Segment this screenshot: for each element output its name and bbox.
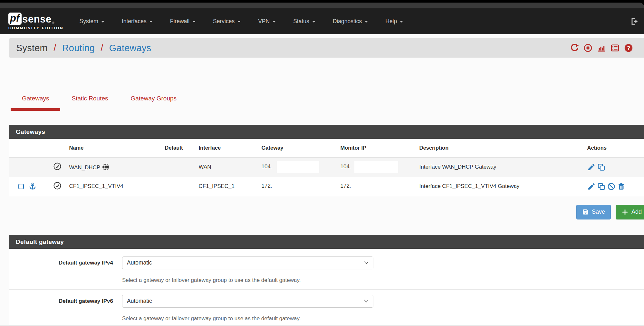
nav-item-status[interactable]: Status bbox=[284, 18, 324, 25]
delete-trash-icon[interactable] bbox=[617, 182, 625, 191]
nav-item-system[interactable]: System bbox=[71, 18, 113, 25]
gateway-interface-cell: WAN bbox=[196, 157, 259, 177]
default-gateway-ipv6-label: Default gateway IPv6 bbox=[9, 295, 113, 322]
form-row-ipv4: Default gateway IPv4 Automatic Select a … bbox=[9, 249, 644, 289]
refresh-icon[interactable] bbox=[570, 43, 579, 52]
column-header-default: Default bbox=[162, 139, 196, 157]
redaction-box bbox=[277, 180, 319, 192]
globe-icon bbox=[102, 163, 110, 171]
table-actions: Save Add bbox=[9, 205, 644, 219]
column-header-actions: Actions bbox=[580, 139, 644, 157]
nav-item-interfaces[interactable]: Interfaces bbox=[113, 18, 161, 25]
nav-item-help[interactable]: Help bbox=[377, 18, 412, 25]
copy-clone-icon[interactable] bbox=[597, 182, 605, 191]
default-gateway-ipv4-select[interactable]: Automatic bbox=[122, 256, 373, 269]
default-gateway-ipv6-select[interactable]: Automatic bbox=[122, 295, 373, 308]
plus-icon bbox=[621, 209, 629, 216]
window-chrome bbox=[0, 0, 644, 8]
pfsense-logo[interactable]: pf sense ® COMMUNITY EDITION bbox=[8, 13, 64, 30]
table-header-row: Name Default Interface Gateway Monitor I… bbox=[9, 139, 644, 157]
edit-pencil-icon[interactable] bbox=[587, 182, 595, 191]
table-row-cf1-ipsec: CF1_IPSEC_1_VTIV4 CF1_IPSEC_1 172. 172. … bbox=[9, 177, 644, 196]
default-gateway-panel-title: Default gateway bbox=[9, 235, 644, 249]
caret-down-icon bbox=[237, 21, 241, 23]
page-content: System / Routing / Gateways bbox=[9, 38, 644, 325]
gateway-address-cell: 172. bbox=[259, 177, 338, 196]
gateway-name-cell: WAN_DHCP bbox=[67, 157, 162, 177]
breadcrumb-link-routing[interactable]: Routing bbox=[62, 43, 95, 53]
window-chrome-top bbox=[0, 0, 644, 3]
gateway-default-cell bbox=[162, 177, 196, 196]
monitoring-chart-icon[interactable] bbox=[597, 43, 606, 52]
gateway-description-cell: Interface CF1_IPSEC_1_VTIV4 Gateway bbox=[417, 177, 580, 196]
nav-item-firewall[interactable]: Firewall bbox=[161, 18, 204, 25]
gateway-name-cell: CF1_IPSEC_1_VTIV4 bbox=[67, 177, 162, 196]
check-circle-icon bbox=[53, 162, 62, 171]
community-edition-label: COMMUNITY EDITION bbox=[8, 26, 64, 30]
redaction-box bbox=[354, 161, 398, 173]
caret-down-icon bbox=[192, 21, 196, 23]
form-row-ipv6: Default gateway IPv6 Automatic Select a … bbox=[9, 289, 644, 325]
gateway-description-cell: Interface WAN_DHCP Gateway bbox=[417, 157, 580, 177]
default-gateway-ipv4-help: Select a gateway or failover gateway gro… bbox=[122, 277, 373, 284]
help-icon[interactable]: ? bbox=[624, 43, 633, 52]
caret-down-icon bbox=[101, 21, 104, 23]
tab-bar: Gateways Static Routes Gateway Groups bbox=[9, 93, 644, 111]
gateway-interface-cell: CF1_IPSEC_1 bbox=[196, 177, 259, 196]
pfsense-logo-sense: sense bbox=[22, 14, 51, 25]
default-gateway-ipv6-help: Select a gateway or failover gateway gro… bbox=[122, 315, 373, 322]
page-title: System / Routing / Gateways bbox=[16, 43, 151, 53]
edit-pencil-icon[interactable] bbox=[587, 163, 595, 171]
nav-item-diagnostics[interactable]: Diagnostics bbox=[324, 18, 377, 25]
check-circle-icon bbox=[53, 182, 62, 190]
nav-menu: System Interfaces Firewall Services VPN … bbox=[71, 18, 412, 25]
breadcrumb: System / Routing / Gateways bbox=[9, 38, 644, 58]
floppy-disk-icon bbox=[582, 209, 589, 215]
tab-gateway-groups[interactable]: Gateway Groups bbox=[119, 93, 188, 111]
caret-down-icon bbox=[312, 21, 315, 23]
column-header-gateway: Gateway bbox=[259, 139, 338, 157]
tab-static-routes[interactable]: Static Routes bbox=[60, 93, 119, 111]
gateway-default-cell bbox=[162, 157, 196, 177]
disable-ban-icon[interactable] bbox=[607, 182, 615, 191]
default-gateway-ipv4-label: Default gateway IPv4 bbox=[9, 256, 113, 284]
redaction-box bbox=[354, 180, 398, 192]
caret-down-icon bbox=[365, 21, 368, 23]
window-chrome-strip bbox=[0, 3, 644, 8]
nav-item-vpn[interactable]: VPN bbox=[249, 18, 284, 25]
svg-text:?: ? bbox=[627, 45, 630, 51]
copy-clone-icon[interactable] bbox=[597, 163, 605, 171]
pfsense-window: pf sense ® COMMUNITY EDITION System Inte… bbox=[0, 0, 644, 326]
gateway-address-cell: 104. bbox=[259, 157, 338, 177]
stop-icon[interactable] bbox=[583, 43, 592, 52]
gateway-monitor-cell: 104. bbox=[338, 157, 417, 177]
status-log-icon[interactable] bbox=[610, 43, 620, 52]
save-button[interactable]: Save bbox=[576, 205, 611, 219]
tab-gateways[interactable]: Gateways bbox=[11, 93, 60, 111]
top-navbar: pf sense ® COMMUNITY EDITION System Inte… bbox=[0, 8, 644, 34]
column-header-description: Description bbox=[417, 139, 580, 157]
registered-mark: ® bbox=[52, 21, 54, 25]
sign-out-icon[interactable] bbox=[630, 17, 640, 26]
gateway-monitor-cell: 172. bbox=[338, 177, 417, 196]
caret-down-icon bbox=[400, 21, 403, 23]
breadcrumb-link-gateways[interactable]: Gateways bbox=[109, 43, 151, 53]
column-header-interface: Interface bbox=[196, 139, 259, 157]
caret-down-icon bbox=[273, 21, 276, 23]
column-header-monitor-ip: Monitor IP bbox=[338, 139, 417, 157]
breadcrumb-separator: / bbox=[101, 43, 103, 53]
default-gateway-panel: Default gateway Default gateway IPv4 Aut… bbox=[9, 235, 644, 325]
column-header-name: Name bbox=[67, 139, 162, 157]
pfsense-logo-pf: pf bbox=[8, 13, 22, 25]
add-button[interactable]: Add bbox=[616, 205, 644, 219]
anchor-icon bbox=[28, 182, 37, 191]
nav-item-services[interactable]: Services bbox=[204, 18, 249, 25]
pfsense-logo-text: pf sense ® bbox=[8, 13, 64, 25]
row-select-checkbox[interactable] bbox=[18, 184, 24, 189]
table-row-wan-dhcp: WAN_DHCP WAN 104. 104. bbox=[9, 157, 644, 177]
breadcrumb-actions: ? bbox=[570, 43, 633, 52]
chevron-down-icon bbox=[364, 300, 369, 303]
redaction-box bbox=[277, 161, 319, 173]
chevron-down-icon bbox=[364, 261, 369, 264]
breadcrumb-separator: / bbox=[53, 43, 56, 53]
